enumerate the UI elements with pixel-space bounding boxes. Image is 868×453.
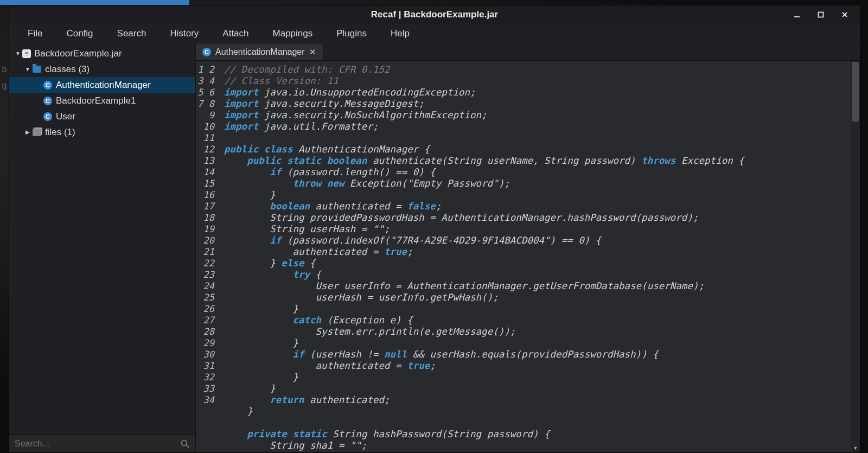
tree-item-label: AuthenticationManager [56,80,151,91]
files-icon [33,129,41,136]
tree-root-label: BackdoorExample.jar [34,48,122,59]
titlebar[interactable]: Recaf | BackdoorExample.jar [9,5,860,24]
menubar: FileConfigSearchHistoryAttachMappingsPlu… [9,24,860,43]
tree-item-label: BackdoorExample1 [56,95,136,106]
tree-files-folder[interactable]: ▶ files (1) [9,124,195,140]
maximize-button[interactable] [809,7,833,22]
tree-classes-folder[interactable]: ▼ classes (3) [9,61,195,77]
code-content[interactable]: // Decompiled with: CFR 0.152 // Class V… [219,61,851,452]
class-icon: C [43,112,52,121]
svg-rect-1 [819,12,824,17]
tab-label: AuthenticationManager [215,47,305,57]
svg-line-5 [187,445,189,448]
editor-pane: C AuthenticationManager ✕ 1 2 3 4 5 6 7 … [196,43,860,452]
chevron-down-icon: ▼ [14,50,22,56]
tabstrip: C AuthenticationManager ✕ [196,43,860,61]
menu-help[interactable]: Help [379,25,422,42]
search-input[interactable] [15,439,180,449]
file-tree[interactable]: ▼ ☕ BackdoorExample.jar ▼ classes (3) CA… [9,43,195,434]
desktop: bg Recaf | BackdoorExample.jar FileConfi… [0,0,868,453]
sidebar: ▼ ☕ BackdoorExample.jar ▼ classes (3) CA… [9,43,196,452]
jar-icon: ☕ [22,49,31,58]
tree-class-backdoorexample1[interactable]: CBackdoorExample1 [9,93,195,109]
search-icon[interactable] [180,439,190,449]
window-controls [785,5,857,24]
tree-root-jar[interactable]: ▼ ☕ BackdoorExample.jar [9,46,195,61]
scrollbar-thumb[interactable] [852,62,859,122]
close-icon[interactable]: ✕ [309,47,316,57]
close-button[interactable] [833,7,857,22]
class-icon: C [43,97,52,105]
scroll-down-icon[interactable]: ▼ [851,444,860,452]
line-gutter: 1 2 3 4 5 6 7 8 9 10 11 12 13 14 15 16 1… [196,61,219,452]
tree-class-authenticationmanager[interactable]: CAuthenticationManager [9,77,195,93]
class-icon: C [202,48,211,56]
menu-attach[interactable]: Attach [210,25,260,42]
search-bar [9,434,195,452]
vertical-scrollbar[interactable]: ▲ ▼ [851,61,860,452]
menu-plugins[interactable]: Plugins [324,25,379,42]
window-title: Recaf | BackdoorExample.jar [371,9,498,20]
tree-classes-label: classes (3) [45,64,90,75]
taskbar-fragment [0,0,189,5]
tree-class-user[interactable]: CUser [9,109,195,124]
folder-icon [33,66,41,73]
body-area: ▼ ☕ BackdoorExample.jar ▼ classes (3) CA… [9,43,860,452]
menu-file[interactable]: File [16,25,54,42]
tree-item-label: User [56,111,75,122]
svg-point-4 [182,440,187,445]
chevron-right-icon: ▶ [23,129,32,135]
code-area: 1 2 3 4 5 6 7 8 9 10 11 12 13 14 15 16 1… [196,61,860,452]
left-dock-stub: bg [0,61,9,110]
chevron-down-icon: ▼ [23,66,32,72]
minimize-button[interactable] [785,7,809,22]
menu-history[interactable]: History [158,25,210,42]
tab-authenticationmanager[interactable]: C AuthenticationManager ✕ [196,43,323,60]
app-window: Recaf | BackdoorExample.jar FileConfigSe… [9,5,860,453]
menu-mappings[interactable]: Mappings [261,25,325,42]
menu-config[interactable]: Config [54,25,105,42]
tree-files-label: files (1) [45,127,75,138]
class-icon: C [43,81,52,90]
menu-search[interactable]: Search [105,25,158,42]
